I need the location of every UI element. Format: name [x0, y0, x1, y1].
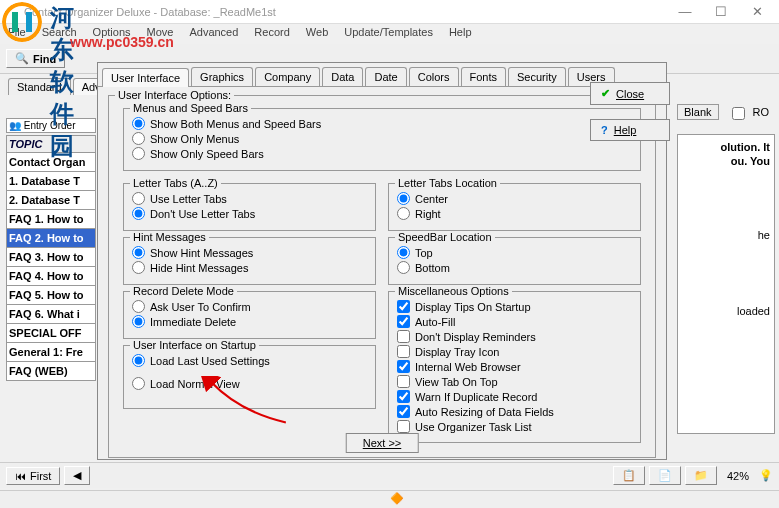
opt-no-letter[interactable]: Don't Use Letter Tabs [132, 207, 367, 220]
topic-header: TOPIC [6, 135, 96, 153]
opt-hide-hints[interactable]: Hide Hint Messages [132, 261, 367, 274]
misc-option[interactable]: Warn If Duplicate Record [397, 390, 632, 403]
hint-legend: Hint Messages [130, 231, 209, 243]
list-item[interactable]: FAQ 2. How to [6, 229, 96, 248]
opt-load-normal[interactable]: Load Normal View [132, 377, 367, 390]
statusbar: 🔶 [0, 490, 779, 508]
toolbtn-1[interactable]: 📋 [613, 466, 645, 485]
misc-legend: Miscellaneous Options [395, 285, 512, 297]
find-button[interactable]: 🔍 Find [6, 49, 65, 68]
window-title: Contact Organizer Deluxe - Database: _Re… [24, 6, 667, 18]
misc-option[interactable]: Auto-Fill [397, 315, 632, 328]
tab-standard[interactable]: Standard [8, 78, 71, 95]
dialog-tab[interactable]: Company [255, 67, 320, 86]
dialog-tab[interactable]: Graphics [191, 67, 253, 86]
blank-button[interactable]: Blank [677, 104, 719, 120]
status-icon: 🔶 [390, 492, 404, 505]
list-item[interactable]: 2. Database T [6, 191, 96, 210]
list-item[interactable]: General 1: Fre [6, 343, 96, 362]
close-button[interactable]: ✕ [739, 1, 775, 23]
misc-option[interactable]: View Tab On Top [397, 375, 632, 388]
bottom-bar: ⏮ First ◀ 📋 📄 📁 42% 💡 [0, 462, 779, 488]
opt-right[interactable]: Right [397, 207, 632, 220]
opt-show-hints[interactable]: Show Hint Messages [132, 246, 367, 259]
dialog-tab[interactable]: Security [508, 67, 566, 86]
opt-center[interactable]: Center [397, 192, 632, 205]
menu-options[interactable]: Options [93, 26, 131, 42]
dialog-tabs: User InterfaceGraphicsCompanyDataDateCol… [98, 63, 666, 87]
list-item[interactable]: Contact Organ [6, 153, 96, 172]
menubar: File Search Options Move Advanced Record… [0, 24, 779, 44]
right-panel: Blank RO olution. It ou. You he loaded [677, 106, 775, 434]
opt-immediate-del[interactable]: Immediate Delete [132, 315, 367, 328]
zoom-pct: 42% [727, 470, 749, 482]
bulb-icon[interactable]: 💡 [759, 469, 773, 482]
menus-speed-legend: Menus and Speed Bars [130, 102, 251, 114]
list-item[interactable]: FAQ 5. How to [6, 286, 96, 305]
dialog-tab[interactable]: Colors [409, 67, 459, 86]
letter-loc-legend: Letter Tabs Location [395, 177, 500, 189]
prev-button[interactable]: ◀ [64, 466, 90, 485]
ro-checkbox[interactable] [732, 107, 745, 120]
toolbtn-2[interactable]: 📄 [649, 466, 681, 485]
misc-option[interactable]: Display Tray Icon [397, 345, 632, 358]
menu-help[interactable]: Help [449, 26, 472, 42]
first-button[interactable]: ⏮ First [6, 467, 60, 485]
list-item[interactable]: 1. Database T [6, 172, 96, 191]
misc-option[interactable]: Display Tips On Startup [397, 300, 632, 313]
dialog-tab[interactable]: Data [322, 67, 363, 86]
opt-ask-confirm[interactable]: Ask User To Confirm [132, 300, 367, 313]
toolbtn-3[interactable]: 📁 [685, 466, 717, 485]
find-label: Find [33, 53, 56, 65]
menu-file[interactable]: File [8, 26, 26, 42]
menu-move[interactable]: Move [147, 26, 174, 42]
opt-both-menus[interactable]: Show Both Menus and Speed Bars [132, 117, 632, 130]
dialog-close-button[interactable]: ✔Close [590, 82, 670, 105]
delete-mode-legend: Record Delete Mode [130, 285, 237, 297]
misc-option[interactable]: Don't Display Reminders [397, 330, 632, 343]
menu-record[interactable]: Record [254, 26, 289, 42]
options-dialog: User InterfaceGraphicsCompanyDataDateCol… [97, 62, 667, 460]
people-icon: 👥 [9, 120, 21, 131]
menu-update[interactable]: Update/Templates [344, 26, 433, 42]
next-button[interactable]: Next >> [346, 433, 419, 453]
dialog-tab[interactable]: Date [365, 67, 406, 86]
entry-order[interactable]: 👥 Entry Order [6, 118, 96, 133]
menu-search[interactable]: Search [42, 26, 77, 42]
opt-only-menus[interactable]: Show Only Menus [132, 132, 632, 145]
ro-label: RO [753, 106, 770, 118]
misc-option[interactable]: Internal Web Browser [397, 360, 632, 373]
opt-load-last[interactable]: Load Last Used Settings [132, 354, 367, 367]
dialog-tab[interactable]: User Interface [102, 68, 189, 87]
dialog-tab[interactable]: Fonts [461, 67, 507, 86]
list-item[interactable]: FAQ 3. How to [6, 248, 96, 267]
opt-top[interactable]: Top [397, 246, 632, 259]
check-icon: ✔ [601, 87, 610, 100]
misc-option[interactable]: Auto Resizing of Data Fields [397, 405, 632, 418]
speedbar-loc-legend: SpeedBar Location [395, 231, 495, 243]
menu-advanced[interactable]: Advanced [189, 26, 238, 42]
dialog-help-button[interactable]: ?Help [590, 119, 670, 141]
minimize-button[interactable]: — [667, 1, 703, 23]
list-item[interactable]: FAQ 6. What i [6, 305, 96, 324]
titlebar: Contact Organizer Deluxe - Database: _Re… [0, 0, 779, 24]
startup-legend: User Interface on Startup [130, 339, 259, 351]
list-item[interactable]: FAQ 4. How to [6, 267, 96, 286]
help-icon: ? [601, 124, 608, 136]
content-preview: olution. It ou. You he loaded [677, 134, 775, 434]
ui-options-legend: User Interface Options: [115, 89, 234, 101]
letter-tabs-legend: Letter Tabs (A..Z) [130, 177, 221, 189]
misc-option[interactable]: Use Organizer Task List [397, 420, 632, 433]
maximize-button[interactable]: ☐ [703, 1, 739, 23]
list-item[interactable]: SPECIAL OFF [6, 324, 96, 343]
search-icon: 🔍 [15, 52, 29, 65]
left-column: 👥 Entry Order TOPIC Contact Organ1. Data… [6, 94, 96, 381]
menu-web[interactable]: Web [306, 26, 328, 42]
opt-only-speed[interactable]: Show Only Speed Bars [132, 147, 632, 160]
opt-bottom[interactable]: Bottom [397, 261, 632, 274]
list-item[interactable]: FAQ 1. How to [6, 210, 96, 229]
list-item[interactable]: FAQ (WEB) [6, 362, 96, 381]
opt-use-letter[interactable]: Use Letter Tabs [132, 192, 367, 205]
